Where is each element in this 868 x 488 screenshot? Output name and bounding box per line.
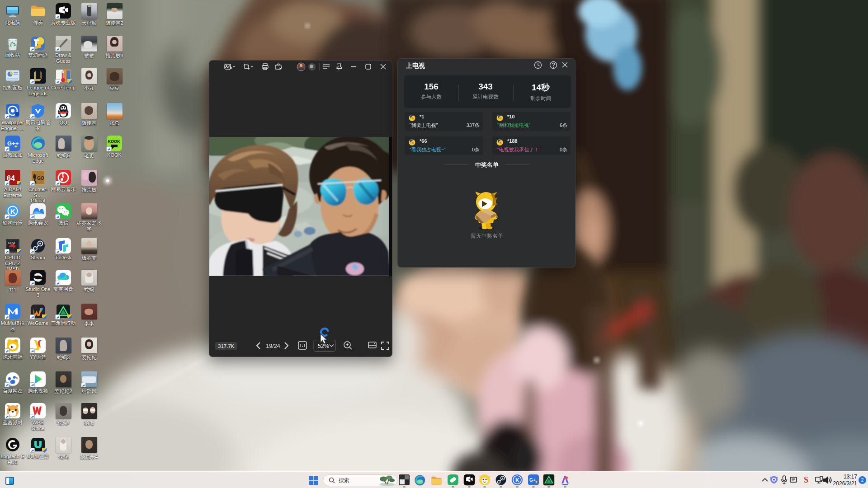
svg-text:CPU: CPU	[8, 241, 15, 244]
svg-text:GO: GO	[37, 176, 44, 181]
svg-text:S: S	[804, 475, 808, 484]
svg-text:G++: G++	[7, 140, 19, 147]
svg-text:K: K	[515, 477, 519, 483]
svg-text:G+: G+	[529, 478, 536, 483]
svg-text:K: K	[10, 207, 15, 215]
svg-text:19/24: 19/24	[266, 343, 280, 349]
svg-text:KOOK: KOOK	[108, 139, 121, 144]
